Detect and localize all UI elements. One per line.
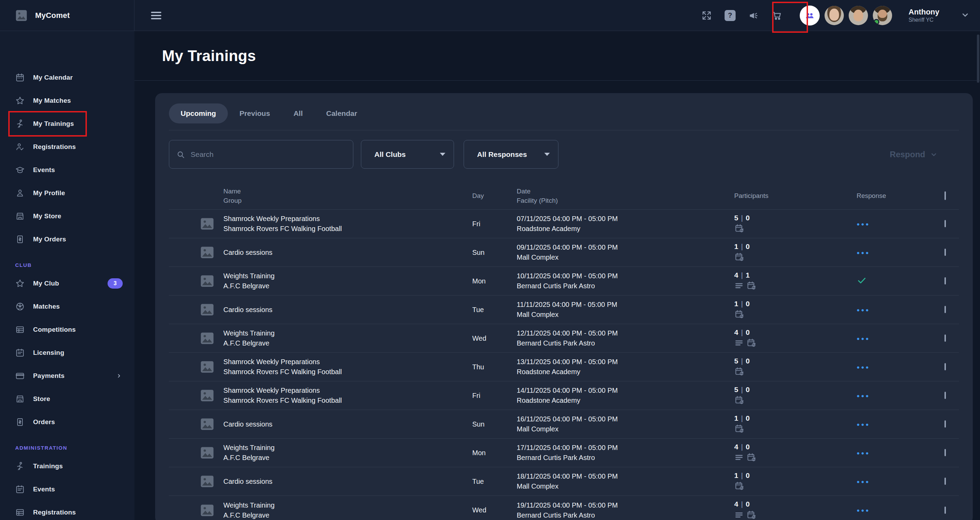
calendar-sync-icon[interactable] xyxy=(746,452,758,464)
training-row[interactable]: Shamrock Weekly PreparationsShamrock Rov… xyxy=(169,210,959,238)
select-all-checkbox[interactable] xyxy=(945,191,946,200)
row-checkbox[interactable] xyxy=(945,335,946,342)
response-menu-icon[interactable]: ●●● xyxy=(857,421,870,427)
training-row[interactable]: Cardio sessionsSun09/11/2025 04:00 PM - … xyxy=(169,238,959,267)
star-icon xyxy=(15,279,25,288)
fullscreen-icon[interactable] xyxy=(700,9,714,22)
calendar-sync-icon[interactable] xyxy=(746,281,758,292)
row-checkbox[interactable] xyxy=(945,420,946,427)
teammate-avatar[interactable] xyxy=(849,6,868,25)
menu-toggle-button[interactable] xyxy=(151,12,161,19)
response-menu-icon[interactable]: ●●● xyxy=(857,479,870,485)
tab-upcoming[interactable]: Upcoming xyxy=(169,104,228,123)
sidebar-item-registrations[interactable]: Registrations xyxy=(0,135,134,158)
brand-area[interactable]: MyComet xyxy=(0,0,134,31)
response-menu-icon[interactable]: ●●● xyxy=(857,250,870,255)
team-selector-button[interactable] xyxy=(800,5,820,26)
training-row[interactable]: Shamrock Weekly PreparationsShamrock Rov… xyxy=(169,353,959,381)
sidebar-item-events[interactable]: Events xyxy=(0,158,134,181)
training-row[interactable]: Weights TrainingA.F.C BelgraveMon10/11/2… xyxy=(169,267,959,295)
calendar-sync-icon[interactable] xyxy=(734,481,746,493)
attendance-list-icon[interactable] xyxy=(734,452,746,464)
training-datetime: 10/11/2025 04:00 PM - 05:00 PM xyxy=(517,271,734,281)
training-row[interactable]: Cardio sessionsTue11/11/2025 04:00 PM - … xyxy=(169,295,959,324)
calendar-sync-icon[interactable] xyxy=(734,309,746,321)
attendance-list-icon[interactable] xyxy=(734,338,746,349)
respond-button-disabled[interactable]: Respond xyxy=(890,150,938,159)
row-checkbox[interactable] xyxy=(945,277,946,284)
attendance-list-icon[interactable] xyxy=(734,281,746,292)
training-row[interactable]: Weights TrainingA.F.C BelgraveWed19/11/2… xyxy=(169,496,959,520)
search-input[interactable] xyxy=(191,150,346,159)
current-user-avatar[interactable] xyxy=(873,6,892,25)
row-checkbox[interactable] xyxy=(945,392,946,399)
cart-icon[interactable] xyxy=(770,9,784,22)
sidebar-item-label: Payments xyxy=(33,372,64,380)
training-group: A.F.C Belgrave xyxy=(223,453,472,463)
training-row[interactable]: Shamrock Weekly PreparationsShamrock Rov… xyxy=(169,381,959,410)
response-filter-select[interactable]: All Responses xyxy=(464,140,558,169)
sidebar-item-matches[interactable]: Matches xyxy=(0,295,134,318)
teammate-avatar[interactable] xyxy=(824,6,844,25)
declined-count: 1 xyxy=(746,271,750,279)
row-checkbox[interactable] xyxy=(945,449,946,456)
announcements-icon[interactable] xyxy=(747,9,760,22)
attendance-list-icon[interactable] xyxy=(734,510,746,520)
sidebar-item-competitions[interactable]: Competitions xyxy=(0,318,134,341)
tab-all[interactable]: All xyxy=(282,104,314,123)
training-image-placeholder-icon xyxy=(199,417,223,431)
help-icon[interactable]: ? xyxy=(723,9,737,22)
row-checkbox[interactable] xyxy=(945,363,946,370)
calendar-sync-icon[interactable] xyxy=(746,510,758,520)
tab-previous[interactable]: Previous xyxy=(228,104,282,123)
response-menu-icon[interactable]: ●●● xyxy=(857,450,870,456)
sidebar-item-my-trainings[interactable]: My Trainings xyxy=(0,112,134,135)
calendar-sync-icon[interactable] xyxy=(746,338,758,349)
sidebar-item-my-club[interactable]: My Club3 xyxy=(0,272,134,295)
response-menu-icon[interactable]: ●●● xyxy=(857,307,870,313)
participants-cell: 1|0 xyxy=(734,414,817,435)
sidebar-item-my-calendar[interactable]: My Calendar xyxy=(0,66,134,89)
sidebar-item-licensing[interactable]: Licensing xyxy=(0,341,134,364)
sidebar-item-my-store[interactable]: My Store xyxy=(0,204,134,228)
user-menu[interactable]: Anthony Sheriff YC xyxy=(908,8,939,24)
row-checkbox[interactable] xyxy=(945,220,946,227)
row-checkbox[interactable] xyxy=(945,306,946,313)
response-menu-icon[interactable]: ●●● xyxy=(857,364,870,370)
chevron-down-icon[interactable] xyxy=(960,10,970,21)
sidebar-item-my-orders[interactable]: My Orders xyxy=(0,228,134,251)
training-facility: Bernard Curtis Park Astro xyxy=(517,510,734,520)
row-checkbox[interactable] xyxy=(945,478,946,485)
row-checkbox[interactable] xyxy=(945,249,946,256)
response-menu-icon[interactable]: ●●● xyxy=(857,221,870,227)
search-input-wrap[interactable] xyxy=(169,140,353,169)
scrollbar-thumb[interactable] xyxy=(977,35,979,83)
calendar-sync-icon[interactable] xyxy=(734,424,746,435)
calendar-sync-icon[interactable] xyxy=(734,395,746,407)
calendar-sync-icon[interactable] xyxy=(734,223,746,235)
sidebar-item-trainings[interactable]: Trainings xyxy=(0,455,134,478)
training-row[interactable]: Cardio sessionsTue18/11/2025 04:00 PM - … xyxy=(169,467,959,496)
training-name: Weights Training xyxy=(223,500,472,510)
training-day: Mon xyxy=(472,448,517,458)
training-row[interactable]: Cardio sessionsSun16/11/2025 04:00 PM - … xyxy=(169,410,959,439)
sidebar-item-store[interactable]: Store xyxy=(0,387,134,410)
training-row[interactable]: Weights TrainingA.F.C BelgraveMon17/11/2… xyxy=(169,439,959,467)
training-row[interactable]: Weights TrainingA.F.C BelgraveWed12/11/2… xyxy=(169,324,959,353)
club-filter-select[interactable]: All Clubs xyxy=(361,140,454,169)
sidebar-item-orders[interactable]: Orders xyxy=(0,410,134,434)
sidebar-item-label: My Orders xyxy=(33,236,66,243)
sidebar-item-my-profile[interactable]: My Profile xyxy=(0,181,134,204)
response-menu-icon[interactable]: ●●● xyxy=(857,507,870,513)
calendar-icon xyxy=(15,73,25,82)
response-menu-icon[interactable]: ●●● xyxy=(857,335,870,341)
sidebar-item-events[interactable]: Events xyxy=(0,478,134,501)
sidebar-item-payments[interactable]: Payments xyxy=(0,364,134,387)
tab-calendar[interactable]: Calendar xyxy=(314,104,369,123)
sidebar-item-registrations[interactable]: Registrations xyxy=(0,501,134,520)
row-checkbox[interactable] xyxy=(945,507,946,514)
calendar-sync-icon[interactable] xyxy=(734,367,746,378)
calendar-sync-icon[interactable] xyxy=(734,252,746,263)
sidebar-item-my-matches[interactable]: My Matches xyxy=(0,89,134,112)
response-menu-icon[interactable]: ●●● xyxy=(857,393,870,399)
